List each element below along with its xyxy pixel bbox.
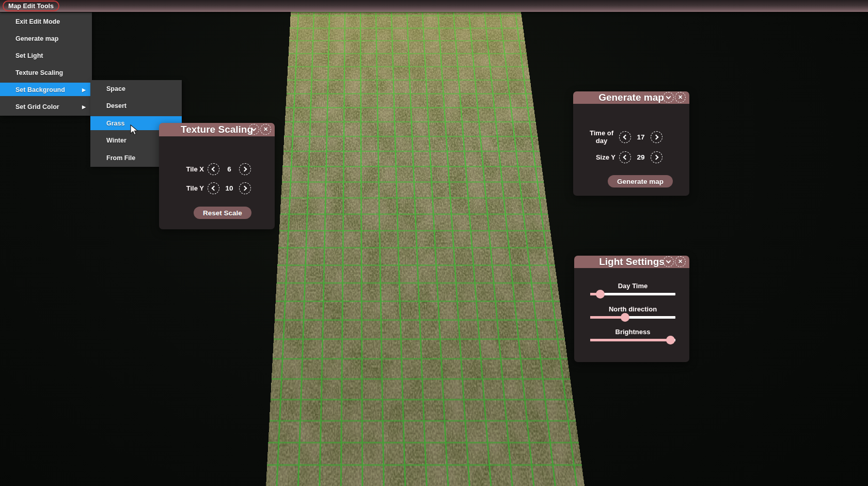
light-settings-body: Day Time North direction Brightness <box>574 268 689 362</box>
map-edit-tools-label: Map Edit Tools <box>8 3 54 10</box>
menu-item-set-grid-color[interactable]: Set Grid Color ▶ <box>0 98 92 115</box>
chevron-left-icon <box>623 135 628 140</box>
submenu-arrow-icon: ▶ <box>82 87 86 92</box>
panel-title-text: Generate map <box>598 92 664 103</box>
panel-title-text: Light Settings <box>599 256 665 268</box>
chevron-left-icon <box>212 186 217 191</box>
slider-fill <box>590 316 625 319</box>
collapse-icon[interactable] <box>248 124 259 135</box>
close-icon[interactable]: ✕ <box>675 256 686 267</box>
time-of-day-value: 17 <box>635 133 647 141</box>
chevron-left-icon <box>212 167 217 172</box>
size-y-row: Size Y 29 <box>588 151 662 163</box>
tile-y-label: Tile Y <box>177 184 204 192</box>
collapse-icon[interactable] <box>663 256 674 267</box>
menu-item-label: Texture Scaling <box>15 69 63 76</box>
menu-item-set-background[interactable]: Set Background ▶ <box>0 81 92 98</box>
size-y-increment-button[interactable] <box>651 151 662 163</box>
submenu-item-label: Space <box>106 85 125 92</box>
light-settings-title-bar[interactable]: Light Settings ✕ <box>574 256 689 268</box>
texture-scaling-title-bar[interactable]: Texture Scaling ✕ <box>159 123 275 136</box>
collapse-icon[interactable] <box>663 92 674 103</box>
menu-item-label: Set Grid Color <box>15 103 59 111</box>
menu-item-set-light[interactable]: Set Light <box>0 47 92 64</box>
texture-scaling-body: Tile X 6 Tile Y 10 Reset Scale <box>159 136 275 229</box>
north-direction-slider[interactable] <box>590 316 675 319</box>
submenu-item-label: Winter <box>106 137 127 144</box>
chevron-left-icon <box>623 155 628 160</box>
menu-item-label: Generate map <box>15 35 58 42</box>
menu-item-label: Set Background <box>15 86 65 93</box>
slider-thumb[interactable] <box>596 290 605 299</box>
brightness-slider-group: Brightness <box>590 328 675 341</box>
texture-scaling-panel: Texture Scaling ✕ Tile X 6 Tile Y 10 Res… <box>159 123 275 229</box>
generate-map-title-bar[interactable]: Generate map ✕ <box>573 91 689 104</box>
light-settings-panel: Light Settings ✕ Day Time North directio… <box>574 256 689 362</box>
map-lighting-overlay <box>257 12 609 486</box>
menu-item-label: Exit Edit Mode <box>15 18 60 25</box>
north-direction-slider-group: North direction <box>590 305 675 319</box>
generate-map-panel: Generate map ✕ Time of day 17 Size Y 29 … <box>573 91 689 196</box>
north-direction-label: North direction <box>590 305 675 313</box>
tile-y-decrement-button[interactable] <box>208 182 219 194</box>
slider-fill <box>590 339 670 341</box>
panel-title-text: Texture Scaling <box>181 124 253 135</box>
brightness-label: Brightness <box>590 328 675 336</box>
slider-thumb[interactable] <box>666 336 675 344</box>
tile-x-increment-button[interactable] <box>239 163 251 175</box>
chevron-down-icon <box>666 94 671 99</box>
generate-map-body: Time of day 17 Size Y 29 Generate map <box>573 104 689 196</box>
chevron-right-icon <box>654 135 659 140</box>
submenu-item-label: From File <box>106 154 135 162</box>
tile-y-row: Tile Y 10 <box>177 182 251 194</box>
top-menu-bar: Map Edit Tools <box>0 0 868 12</box>
submenu-item-label: Desert <box>106 102 127 109</box>
menu-item-label: Set Light <box>15 52 43 59</box>
submenu-item-desert[interactable]: Desert <box>90 98 182 115</box>
map-grid-plane[interactable] <box>257 12 609 486</box>
tile-x-value: 6 <box>223 165 235 173</box>
brightness-slider[interactable] <box>590 339 675 341</box>
map-edit-tools-button[interactable]: Map Edit Tools <box>3 1 59 11</box>
day-time-slider[interactable] <box>590 293 675 295</box>
time-of-day-row: Time of day 17 <box>588 130 662 145</box>
tile-x-row: Tile X 6 <box>177 163 251 175</box>
close-glyph: ✕ <box>678 95 683 100</box>
chevron-right-icon <box>654 155 659 160</box>
size-y-decrement-button[interactable] <box>619 151 631 163</box>
close-icon[interactable]: ✕ <box>260 124 271 135</box>
submenu-item-space[interactable]: Space <box>90 80 182 98</box>
map-edit-tools-menu: Exit Edit Mode Generate map Set Light Te… <box>0 12 92 116</box>
tile-x-label: Tile X <box>177 165 204 173</box>
close-glyph: ✕ <box>678 259 683 264</box>
time-of-day-decrement-button[interactable] <box>619 131 631 143</box>
reset-scale-button[interactable]: Reset Scale <box>194 207 251 219</box>
time-of-day-label: Time of day <box>588 130 616 145</box>
chevron-down-icon <box>251 126 257 131</box>
generate-map-button[interactable]: Generate map <box>608 175 673 187</box>
tile-y-value: 10 <box>223 184 235 192</box>
chevron-right-icon <box>242 186 247 191</box>
submenu-item-label: Grass <box>106 120 124 127</box>
time-of-day-increment-button[interactable] <box>651 131 662 143</box>
menu-item-exit-edit-mode[interactable]: Exit Edit Mode <box>0 13 92 30</box>
close-icon[interactable]: ✕ <box>675 92 686 103</box>
tile-y-increment-button[interactable] <box>239 182 251 194</box>
tile-x-decrement-button[interactable] <box>208 163 219 175</box>
submenu-arrow-icon: ▶ <box>82 104 86 109</box>
day-time-slider-group: Day Time <box>590 282 675 295</box>
menu-item-texture-scaling[interactable]: Texture Scaling <box>0 64 92 81</box>
chevron-down-icon <box>666 258 671 263</box>
size-y-label: Size Y <box>588 153 616 161</box>
size-y-value: 29 <box>635 153 647 161</box>
menu-item-generate-map[interactable]: Generate map <box>0 30 92 47</box>
chevron-right-icon <box>242 167 247 172</box>
slider-thumb[interactable] <box>621 313 629 322</box>
close-glyph: ✕ <box>263 127 268 132</box>
day-time-label: Day Time <box>590 282 675 290</box>
